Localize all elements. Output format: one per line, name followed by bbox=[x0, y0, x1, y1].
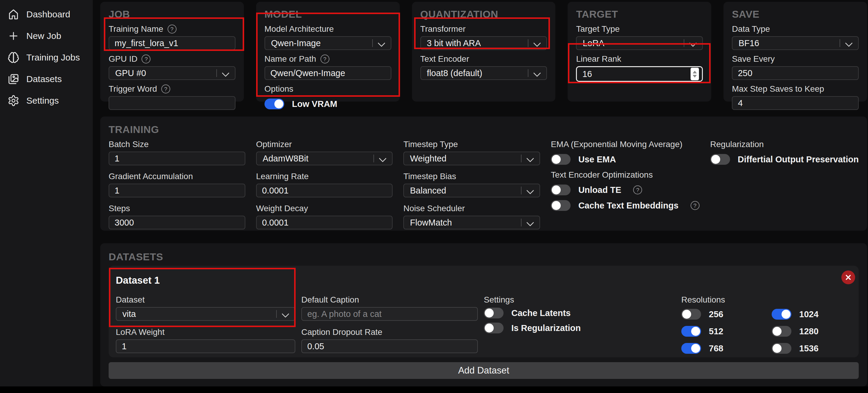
timestep-bias-label: Timestep Bias bbox=[403, 172, 540, 181]
regularization-section-label: Regularization bbox=[710, 140, 859, 149]
optimizer-select[interactable]: AdamW8Bit bbox=[256, 151, 393, 165]
weight-decay-label: Weight Decay bbox=[256, 204, 393, 213]
save-every-input[interactable] bbox=[732, 66, 859, 80]
text-encoder-optimizations-label: Text Encoder Optimizations bbox=[551, 170, 700, 180]
gear-icon bbox=[7, 94, 20, 107]
help-icon[interactable]: ? bbox=[633, 186, 642, 194]
panel-title: QUANTIZATION bbox=[421, 8, 547, 20]
dataset-select[interactable]: vita bbox=[116, 307, 295, 321]
learning-rate-input[interactable] bbox=[256, 184, 393, 197]
timestep-type-select[interactable]: Weighted bbox=[403, 151, 540, 165]
images-icon bbox=[7, 73, 20, 85]
timestep-bias-select[interactable]: Balanced bbox=[403, 184, 540, 197]
training-col-1: Batch Size Gradient Accumulation Steps bbox=[108, 140, 245, 236]
add-dataset-button[interactable]: Add Dataset bbox=[108, 362, 859, 379]
default-caption-label: Default Caption bbox=[301, 295, 478, 305]
steps-input[interactable] bbox=[108, 216, 245, 229]
resolution-1280-toggle[interactable] bbox=[772, 326, 792, 337]
help-icon[interactable]: ? bbox=[142, 55, 151, 63]
dataset-card: Dataset 1 Dataset vita LoRA Weight bbox=[108, 266, 859, 357]
text-encoder-label: Text Encoder bbox=[421, 54, 547, 64]
sidebar-item-label: Datasets bbox=[26, 74, 62, 84]
panel-title: TARGET bbox=[576, 8, 703, 20]
sidebar-item-datasets[interactable]: Datasets bbox=[0, 68, 93, 90]
sidebar-item-label: Dashboard bbox=[26, 9, 70, 20]
panel-quantization: QUANTIZATION Transformer 3 bit with ARA … bbox=[412, 2, 556, 102]
use-ema-label: Use EMA bbox=[578, 155, 616, 164]
sidebar-item-training-jobs[interactable]: Training Jobs bbox=[0, 47, 93, 68]
resolution-256-toggle[interactable] bbox=[681, 309, 701, 319]
caption-dropout-rate-input[interactable] bbox=[301, 339, 478, 353]
default-caption-input[interactable] bbox=[301, 307, 478, 321]
max-step-saves-input[interactable] bbox=[732, 96, 859, 110]
data-type-select[interactable]: BF16 bbox=[732, 36, 859, 50]
lora-weight-label: LoRA Weight bbox=[116, 328, 295, 337]
sidebar-item-label: New Job bbox=[26, 31, 61, 41]
differential-output-preservation-label: Differtial Output Preservation bbox=[738, 155, 859, 164]
max-step-saves-label: Max Step Saves to Keep bbox=[732, 84, 859, 94]
panel-title: MODEL bbox=[265, 8, 391, 20]
resolution-768-toggle[interactable] bbox=[681, 343, 701, 354]
panel-title: JOB bbox=[108, 8, 236, 20]
target-type-select[interactable]: LoRA bbox=[576, 36, 703, 50]
sidebar-item-label: Settings bbox=[26, 95, 59, 106]
panel-training: TRAINING Batch Size Gradient Accumulatio… bbox=[100, 116, 867, 231]
top-panels-row: JOB Training Name ? GPU ID ? GPU #0 bbox=[100, 2, 867, 102]
text-encoder-quantization-select[interactable]: float8 (default) bbox=[421, 66, 547, 80]
batch-size-input[interactable] bbox=[108, 151, 245, 165]
training-col-4: EMA (Exponential Moving Average) Use EMA… bbox=[551, 140, 700, 236]
linear-rank-input[interactable]: 16 bbox=[576, 66, 703, 82]
sidebar-item-dashboard[interactable]: Dashboard bbox=[0, 4, 93, 25]
resolution-item-1536: 1536 bbox=[772, 343, 851, 354]
gpu-id-label: GPU ID ? bbox=[108, 54, 236, 64]
number-spinner-icon[interactable] bbox=[690, 68, 699, 80]
panel-title: TRAINING bbox=[108, 124, 859, 135]
unload-te-toggle[interactable] bbox=[551, 185, 570, 195]
name-or-path-input[interactable] bbox=[265, 66, 391, 80]
training-col-5: Regularization Differtial Output Preserv… bbox=[710, 140, 859, 236]
transformer-quantization-select[interactable]: 3 bit with ARA bbox=[421, 36, 547, 50]
resolution-item-768: 768 bbox=[681, 343, 772, 354]
plus-icon bbox=[7, 30, 20, 42]
training-col-3: Timestep Type Weighted Timestep Bias Bal… bbox=[403, 140, 540, 236]
resolution-1024-toggle[interactable] bbox=[772, 309, 792, 319]
is-regularization-toggle[interactable] bbox=[484, 322, 503, 333]
gpu-id-select[interactable]: GPU #0 bbox=[108, 66, 236, 80]
differential-output-preservation-toggle[interactable] bbox=[710, 154, 730, 165]
cache-text-embeddings-label: Cache Text Embeddings bbox=[578, 201, 679, 210]
noise-scheduler-select[interactable]: FlowMatch bbox=[403, 216, 540, 229]
model-architecture-select[interactable]: Qwen-Image bbox=[265, 36, 391, 50]
gradient-accumulation-input[interactable] bbox=[108, 184, 245, 197]
help-icon[interactable]: ? bbox=[161, 84, 170, 93]
training-name-input[interactable] bbox=[108, 36, 236, 50]
cache-latents-label: Cache Latents bbox=[512, 308, 570, 318]
resolutions-label: Resolutions bbox=[681, 295, 851, 305]
linear-rank-label: Linear Rank bbox=[576, 54, 703, 64]
trigger-word-input[interactable] bbox=[108, 96, 236, 110]
cache-text-embeddings-toggle[interactable] bbox=[551, 200, 570, 211]
low-vram-label: Low VRAM bbox=[292, 99, 337, 109]
help-icon[interactable]: ? bbox=[690, 201, 700, 210]
remove-dataset-button[interactable] bbox=[841, 271, 855, 284]
trigger-word-label: Trigger Word ? bbox=[108, 84, 236, 94]
sidebar-item-settings[interactable]: Settings bbox=[0, 90, 93, 111]
panel-title: DATASETS bbox=[108, 251, 859, 263]
use-ema-toggle[interactable] bbox=[551, 154, 570, 165]
lora-weight-input[interactable] bbox=[116, 339, 295, 353]
low-vram-toggle[interactable] bbox=[265, 99, 284, 109]
sidebar-item-new-job[interactable]: New Job bbox=[0, 25, 93, 47]
unload-te-label: Unload TE bbox=[578, 185, 621, 195]
cache-latents-toggle[interactable] bbox=[484, 308, 503, 318]
resolution-512-toggle[interactable] bbox=[681, 326, 701, 337]
panel-model: MODEL Model Architecture Qwen-Image Name… bbox=[256, 2, 400, 102]
weight-decay-input[interactable] bbox=[256, 216, 393, 229]
panel-target: TARGET Target Type LoRA Linear Rank 16 bbox=[567, 2, 711, 102]
dataset-col-3: Settings Cache Latents Is Regularization bbox=[484, 295, 663, 354]
help-icon[interactable]: ? bbox=[167, 25, 177, 33]
model-architecture-label: Model Architecture bbox=[265, 24, 391, 34]
panel-save: SAVE Data Type BF16 Save Every bbox=[723, 2, 867, 102]
main-content: JOB Training Name ? GPU ID ? GPU #0 bbox=[93, 0, 868, 386]
resolution-1536-toggle[interactable] bbox=[772, 343, 792, 354]
help-icon[interactable]: ? bbox=[320, 55, 330, 63]
noise-scheduler-label: Noise Scheduler bbox=[403, 204, 540, 213]
